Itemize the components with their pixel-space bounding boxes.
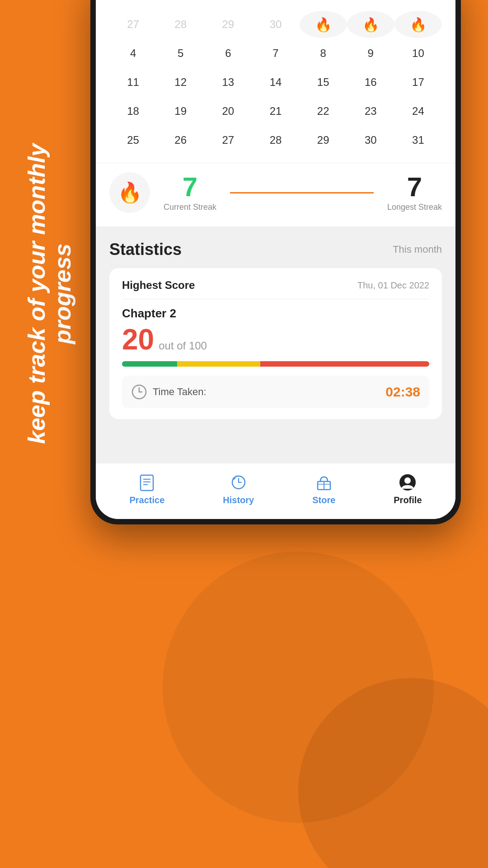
flame-icon: 🔥 <box>117 181 142 204</box>
cal-cell: 30 <box>252 11 299 38</box>
cal-cell: 27 <box>204 127 252 154</box>
longest-streak-label: Longest Streak <box>387 203 442 212</box>
cal-cell: 20 <box>204 98 252 125</box>
cal-cell: 15 <box>300 69 347 96</box>
phone-mockup: Sun Mon Tue Wed Thu Fri Sat 27 28 29 30 … <box>90 0 461 524</box>
cal-cell: 23 <box>347 98 394 125</box>
nav-label-profile: Profile <box>394 495 422 505</box>
time-taken-row: Time Taken: 02:38 <box>122 376 429 408</box>
cal-cell-fire: 🔥 <box>394 11 442 38</box>
history-icon <box>229 472 249 492</box>
cal-cell: 10 <box>394 40 442 67</box>
statistics-period: This month <box>393 244 442 255</box>
time-taken-label: Time Taken: <box>153 386 206 398</box>
nav-label-practice: Practice <box>129 495 164 505</box>
svg-point-15 <box>404 477 411 484</box>
cal-cell: 29 <box>300 127 347 154</box>
day-mon: Mon <box>157 0 204 6</box>
cal-cell: 16 <box>347 69 394 96</box>
cal-cell-fire: 🔥 <box>347 11 394 38</box>
current-streak-label: Current Streak <box>164 203 216 212</box>
cal-cell: 8 <box>300 40 347 67</box>
streak-flame-circle: 🔥 <box>109 172 150 213</box>
nav-item-practice[interactable]: Practice <box>129 472 164 505</box>
calendar-grid: 27 28 29 30 🔥 🔥 🔥 4 5 6 7 8 9 10 11 12 1… <box>109 11 442 154</box>
cal-cell: 28 <box>252 127 299 154</box>
cal-cell: 14 <box>252 69 299 96</box>
current-streak-value: 7 <box>164 174 216 201</box>
score-date: Thu, 01 Dec 2022 <box>357 280 429 291</box>
score-display: 20 out of 100 <box>122 325 429 354</box>
longest-streak-value: 7 <box>387 174 442 201</box>
chapter-label: Chapter 2 <box>122 307 429 321</box>
cal-cell: 7 <box>252 40 299 67</box>
cal-cell: 26 <box>157 127 204 154</box>
cal-cell: 30 <box>347 127 394 154</box>
cal-cell: 11 <box>109 69 157 96</box>
cal-cell: 5 <box>157 40 204 67</box>
day-tue: Tue <box>204 0 252 6</box>
nav-label-history: History <box>223 495 254 505</box>
statistics-header: Statistics This month <box>109 240 442 259</box>
cal-cell-fire: 🔥 <box>300 11 347 38</box>
streak-divider <box>230 192 374 193</box>
side-text: keep track of your monthly progress <box>24 90 75 497</box>
cal-cell: 27 <box>109 11 157 38</box>
cal-cell: 9 <box>347 40 394 67</box>
cal-cell: 29 <box>204 11 252 38</box>
cal-cell: 13 <box>204 69 252 96</box>
bg-decoration-circle-right <box>298 678 488 868</box>
day-thu: Thu <box>300 0 347 6</box>
score-bar <box>122 361 429 367</box>
time-taken-left: Time Taken: <box>131 384 206 400</box>
score-value: 20 <box>122 325 154 354</box>
svg-rect-3 <box>141 475 153 491</box>
nav-item-profile[interactable]: Profile <box>394 472 422 505</box>
cal-cell: 18 <box>109 98 157 125</box>
bg-decoration-circle-center <box>163 552 434 823</box>
score-out-of: out of 100 <box>159 340 207 352</box>
time-value: 02:38 <box>385 384 420 400</box>
calendar-section: Sun Mon Tue Wed Thu Fri Sat 27 28 29 30 … <box>96 0 455 163</box>
cal-cell: 12 <box>157 69 204 96</box>
cal-cell: 17 <box>394 69 442 96</box>
cal-cell: 24 <box>394 98 442 125</box>
score-card: Highest Score Thu, 01 Dec 2022 Chapter 2… <box>109 268 442 419</box>
statistics-section: Statistics This month Highest Score Thu,… <box>96 226 455 419</box>
nav-item-history[interactable]: History <box>223 472 254 505</box>
practice-icon <box>137 472 157 492</box>
current-streak-item: 7 Current Streak <box>164 174 216 212</box>
profile-icon <box>398 472 418 492</box>
cal-cell: 21 <box>252 98 299 125</box>
cal-cell: 6 <box>204 40 252 67</box>
streak-info: 7 Current Streak 7 Longest Streak <box>164 174 442 212</box>
bottom-nav: Practice History <box>96 463 455 519</box>
cal-cell: 4 <box>109 40 157 67</box>
phone-screen: Sun Mon Tue Wed Thu Fri Sat 27 28 29 30 … <box>96 0 455 519</box>
statistics-title: Statistics <box>109 240 182 259</box>
content-spacer <box>96 419 455 463</box>
cal-cell: 28 <box>157 11 204 38</box>
day-wed: Wed <box>252 0 299 6</box>
cal-cell: 19 <box>157 98 204 125</box>
nav-item-store[interactable]: Store <box>312 472 335 505</box>
day-fri: Fri <box>347 0 394 6</box>
day-sun: Sun <box>109 0 157 6</box>
side-text-container: keep track of your monthly progress <box>14 90 86 497</box>
store-icon <box>314 472 334 492</box>
cal-cell: 31 <box>394 127 442 154</box>
longest-streak-item: 7 Longest Streak <box>387 174 442 212</box>
nav-label-store: Store <box>312 495 335 505</box>
clock-icon <box>131 384 147 400</box>
day-sat: Sat <box>394 0 442 6</box>
score-card-header: Highest Score Thu, 01 Dec 2022 <box>122 279 429 299</box>
streak-section: 🔥 7 Current Streak 7 Longest Streak <box>96 163 455 226</box>
highest-score-label: Highest Score <box>122 279 195 292</box>
calendar-days-header: Sun Mon Tue Wed Thu Fri Sat <box>109 0 442 6</box>
cal-cell: 25 <box>109 127 157 154</box>
cal-cell: 22 <box>300 98 347 125</box>
